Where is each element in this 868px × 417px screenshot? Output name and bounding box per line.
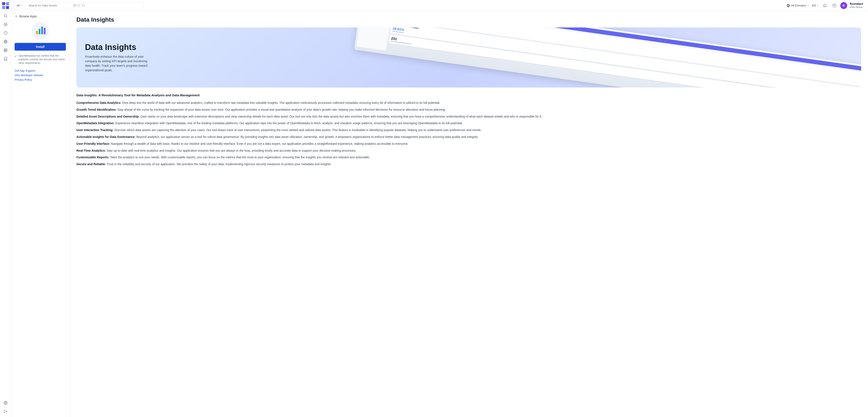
svg-rect-25 bbox=[36, 31, 38, 34]
desc-paragraph-9: Secure and Reliable: Trust in the reliab… bbox=[76, 162, 861, 167]
desc-text-6: Navigate through a wealth of data with e… bbox=[111, 142, 408, 146]
verified-text-container: ✓ OpenMetadata has verified that the pub… bbox=[14, 54, 66, 65]
hero-subtitle: Proactively enhance the data culture of … bbox=[85, 55, 149, 72]
search-input[interactable] bbox=[28, 4, 71, 7]
chevron-down-icon bbox=[807, 4, 809, 7]
privacy-policy-link[interactable]: Privacy Policy bbox=[14, 78, 66, 81]
svg-point-6 bbox=[4, 23, 7, 26]
book-sidebar-icon[interactable] bbox=[2, 55, 9, 63]
notifications-button[interactable] bbox=[822, 2, 828, 9]
desc-bold-7: Real-Time Analytics: bbox=[76, 149, 106, 152]
desc-paragraph-4: User Interaction Tracking: Discover whic… bbox=[76, 128, 861, 133]
desc-paragraph-3: OpenMetadata Integration: Experience sea… bbox=[76, 121, 861, 126]
svg-line-20 bbox=[84, 6, 85, 7]
domain-label: All Domains bbox=[791, 4, 806, 7]
user-name: Rounakpre bbox=[850, 2, 865, 6]
svg-point-7 bbox=[5, 24, 6, 25]
screenshot-inner: Data Insights Data Assets App Analytics bbox=[354, 28, 861, 88]
visit-developer-link[interactable]: Visit developer website bbox=[14, 73, 66, 77]
search-input-wrap: ⌘ x bbox=[26, 2, 144, 9]
desc-bold-2: Detailed Asset Descriptions and Ownershi… bbox=[76, 115, 140, 118]
logo[interactable] bbox=[2, 2, 9, 9]
svg-point-17 bbox=[5, 403, 6, 404]
description-headline: Data Insights: A Revolutionary Tool for … bbox=[76, 93, 861, 98]
globe-icon bbox=[787, 4, 790, 7]
desc-text-0: Dive deep into the world of data with ou… bbox=[122, 101, 440, 104]
back-icon bbox=[14, 14, 18, 18]
avatar[interactable]: R bbox=[840, 2, 847, 9]
hero-title: Data Insights bbox=[85, 43, 149, 52]
app-icon bbox=[35, 25, 45, 37]
desc-bold-8: Customizable Reports: bbox=[76, 156, 109, 159]
install-button[interactable]: Install bbox=[14, 43, 66, 51]
right-panel: Data Insights Data Insights Proactively … bbox=[69, 11, 868, 417]
globe-sidebar-icon[interactable] bbox=[2, 38, 9, 45]
help-button[interactable] bbox=[831, 2, 838, 9]
svg-rect-27 bbox=[41, 27, 43, 34]
hero-banner: Data Insights Proactively enhance the da… bbox=[76, 28, 861, 88]
desc-text-8: Tailor the analytics to suit your needs.… bbox=[110, 156, 370, 159]
svg-line-5 bbox=[6, 17, 7, 17]
desc-paragraph-7: Real-Time Analytics: Stay up-to-date wit… bbox=[76, 148, 861, 153]
content-area: Browse Apps Install ✓ OpenMetadata has v… bbox=[11, 11, 868, 417]
left-panel: Browse Apps Install ✓ OpenMetadata has v… bbox=[11, 11, 69, 417]
verified-text: OpenMetadata has verified that the publi… bbox=[19, 54, 66, 65]
desc-bold-0: Comprehensive Data Analytics: bbox=[76, 101, 122, 104]
desc-text-5: Beyond analytics, our application serves… bbox=[136, 135, 478, 138]
lang-selector[interactable]: EN bbox=[812, 4, 819, 7]
svg-point-4 bbox=[4, 14, 7, 17]
topnav: All ⌘ x All Domains EN bbox=[11, 0, 868, 11]
desc-paragraph-0: Comprehensive Data Analytics: Dive deep … bbox=[76, 100, 861, 105]
hero-text: Data Insights Proactively enhance the da… bbox=[85, 43, 149, 72]
svg-rect-26 bbox=[39, 29, 40, 34]
desc-paragraph-8: Customizable Reports: Tailor the analyti… bbox=[76, 155, 861, 160]
lang-chevron-icon bbox=[816, 4, 819, 7]
svg-rect-2 bbox=[2, 6, 5, 9]
desc-paragraph-5: Actionable Insights for Data Governance:… bbox=[76, 134, 861, 140]
desc-bold-4: User Interaction Tracking: bbox=[76, 128, 114, 132]
desc-text-4: Discover which data assets are capturing… bbox=[115, 128, 482, 132]
help-icon bbox=[832, 4, 836, 7]
main-container: All ⌘ x All Domains EN bbox=[11, 0, 868, 417]
description-section: Data Insights: A Revolutionary Tool for … bbox=[76, 93, 861, 167]
desc-bold-1: Growth Trend Identification: bbox=[76, 108, 117, 111]
discover-sidebar-icon[interactable] bbox=[2, 21, 9, 28]
browse-apps-header[interactable]: Browse Apps bbox=[14, 14, 66, 18]
bell-icon bbox=[823, 4, 827, 7]
desc-bold-6: User-Friendly Interface: bbox=[76, 142, 110, 146]
desc-paragraph-6: User-Friendly Interface: Navigate throug… bbox=[76, 141, 861, 147]
search-sidebar-icon[interactable] bbox=[2, 12, 9, 20]
desc-bold-5: Actionable Insights for Data Governance: bbox=[76, 135, 135, 138]
desc-bold-3: OpenMetadata Integration: bbox=[76, 121, 115, 125]
hero-screenshot: Data Insights Data Assets App Analytics bbox=[354, 28, 861, 88]
svg-rect-1 bbox=[6, 2, 9, 5]
table-sidebar-icon[interactable] bbox=[2, 46, 9, 54]
desc-text-3: Experience seamless integration with Ope… bbox=[115, 121, 463, 125]
search-icon bbox=[82, 4, 85, 7]
links-section: Get App Support Visit developer website … bbox=[14, 69, 66, 81]
kbd-hint: ⌘ x bbox=[72, 4, 81, 7]
user-info: Rounakpre Data Stewar... bbox=[850, 2, 865, 9]
kbd-x: x bbox=[77, 4, 81, 7]
icon-sidebar bbox=[0, 0, 11, 417]
lang-label: EN bbox=[812, 4, 816, 7]
svg-rect-28 bbox=[44, 28, 45, 34]
desc-text-2: Gain clarity on your data landscape with… bbox=[141, 115, 542, 118]
desc-text-9: Trust in the reliability and security of… bbox=[107, 162, 332, 166]
search-area: All ⌘ x bbox=[14, 2, 144, 9]
domain-selector[interactable]: All Domains bbox=[787, 4, 809, 7]
desc-paragraph-2: Detailed Asset Descriptions and Ownershi… bbox=[76, 114, 861, 119]
search-filter-dropdown[interactable]: All bbox=[14, 2, 25, 9]
app-icon-container bbox=[32, 22, 49, 39]
browse-apps-label: Browse Apps bbox=[19, 14, 37, 18]
logout-sidebar-icon[interactable] bbox=[2, 408, 9, 415]
verified-icon: ✓ bbox=[14, 54, 17, 59]
svg-rect-13 bbox=[4, 49, 7, 52]
settings-sidebar-icon[interactable] bbox=[2, 399, 9, 407]
insights-sidebar-icon[interactable] bbox=[2, 29, 9, 37]
svg-point-19 bbox=[82, 4, 85, 7]
nav-right: All Domains EN R Rounakpre Data Stewar..… bbox=[787, 2, 865, 9]
get-app-support-link[interactable]: Get App Support bbox=[14, 69, 66, 72]
filter-label: All bbox=[17, 4, 20, 7]
desc-text-7: Stay up-to-date with real-time analytics… bbox=[107, 149, 356, 152]
